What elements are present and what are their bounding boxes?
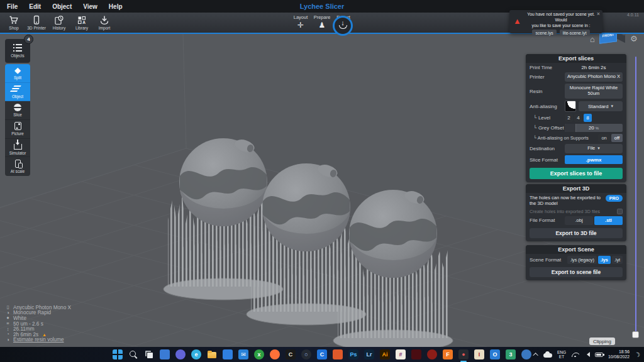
taskbar-icon-autodesk-badge[interactable] [427, 349, 437, 359]
svg-text:A: A [82, 20, 86, 25]
chevron-down-icon: ▾ [611, 104, 613, 109]
volume-speaker-icon[interactable] [584, 352, 590, 357]
scene-format-lys-button[interactable]: .lys [598, 256, 611, 264]
tab-export-icon[interactable]: ↓ [333, 16, 353, 36]
resin-select-button[interactable]: Monocure Rapid White 50um [565, 84, 623, 99]
export-to-3d-file-button[interactable]: Export to 3D file [530, 228, 623, 238]
toolbar-library-button[interactable]: A Library [70, 13, 93, 30]
anti-aliasing-preview [565, 101, 576, 112]
object-layers-icon [13, 85, 23, 93]
picture-icon [14, 122, 21, 130]
export-tray-icon [339, 25, 347, 29]
wifi-icon[interactable] [571, 352, 579, 357]
sidebar-item-picture[interactable]: Picture [5, 120, 30, 139]
taskbar-icon-obs[interactable]: ○ [301, 349, 311, 359]
grey-offset-fill [565, 124, 576, 132]
objects-list-icon [13, 44, 22, 52]
taskbar-icon-store[interactable] [223, 349, 233, 359]
export-to-scene-file-button[interactable]: Export to scene file [530, 267, 623, 277]
alert-triangle-icon: ▲ [513, 17, 521, 25]
taskbar-icon-prusaslicer[interactable] [333, 349, 343, 359]
taskbar-icon-file-explorer[interactable] [207, 349, 217, 359]
language-indicator[interactable]: ENG ET [557, 350, 566, 359]
notification-close-icon[interactable]: × [597, 11, 600, 17]
slice-format-button[interactable]: .pwmx [565, 155, 623, 164]
taskbar-icon-autodesk-app[interactable] [411, 349, 421, 359]
printer-select-button[interactable]: Anycubic Photon Mono X [565, 72, 623, 82]
export-slices-panel: Export slices Print Time 2h 6min 2s Prin… [526, 54, 626, 182]
tray-chevron-icon[interactable] [533, 353, 538, 358]
history-icon [54, 15, 64, 25]
taskbar-icon-photoshop[interactable]: Ps [348, 349, 358, 359]
sidebar-tools: ◆ Split Object Slice Picture Simulator A… [5, 64, 30, 176]
taskbar-icon-mail[interactable]: ✉ [238, 349, 248, 359]
sidebar-item-split[interactable]: ◆ Split [5, 64, 30, 83]
taskbar-icon-xbox[interactable]: x [254, 349, 264, 359]
at-scale-icon [15, 160, 21, 168]
clock-date[interactable]: 18:56 10/08/2022 [608, 349, 630, 359]
taskbar-icon-maps[interactable] [521, 349, 531, 359]
printer-icon [31, 15, 42, 25]
aa-supports-off-button[interactable]: off [611, 134, 623, 142]
time-warning-icon: ▲ [42, 332, 47, 337]
file-format-stl-button[interactable]: .stl [594, 216, 623, 225]
export-slices-header: Export slices [526, 54, 626, 63]
focus-assist-moon-icon[interactable]: ☽ [634, 351, 641, 359]
aa-supports-on-button[interactable]: on [598, 134, 609, 142]
taskbar-icon-task-view[interactable] [144, 349, 154, 359]
create-holes-checkbox[interactable] [617, 209, 623, 214]
taskbar-icon-cura[interactable]: C [317, 349, 327, 359]
save-scene-lys-button[interactable]: scene.lys [532, 30, 556, 36]
level-option-8[interactable]: 8 [584, 114, 592, 122]
taskbar-icon-lightroom[interactable]: Lr [364, 349, 374, 359]
system-tray: ENG ET 18:56 10/08/2022 ☽ [535, 347, 640, 362]
toolbar-history-button[interactable]: History [48, 13, 70, 30]
toolbar-import-button[interactable]: Import [93, 13, 116, 30]
gear-icon[interactable]: ⚙ [630, 34, 638, 43]
model-3[interactable] [333, 189, 453, 347]
scene-format-lys-legacy-button[interactable]: .lys (legacy) [567, 256, 596, 264]
library-icon: A [77, 15, 87, 25]
taskbar-icon-slack[interactable]: # [396, 349, 406, 359]
status-info: ▯Anycubic Photon Mono X ◑Monocure Rapid … [5, 305, 71, 343]
clipping-slider-handle[interactable] [632, 331, 639, 338]
destination-dropdown[interactable]: File▾ [565, 144, 623, 153]
estimate-resin-volume-link[interactable]: Estimate resin volume [13, 337, 64, 343]
grey-offset-slider[interactable]: 20 % [565, 124, 623, 132]
taskbar-icon-indesign[interactable]: I [474, 349, 484, 359]
print-time-value: 2h 6min 2s [565, 65, 623, 70]
sidebar-item-slice[interactable]: Slice [5, 101, 30, 120]
onedrive-icon[interactable] [543, 353, 552, 358]
taskbar-icon-edge[interactable]: e [191, 349, 201, 359]
scene-format-lyt-button[interactable]: .lyt [612, 256, 623, 264]
save-lite-scene-lyt-button[interactable]: lite-scene.lyt [560, 30, 590, 36]
taskbar-icon-firefox[interactable] [270, 349, 280, 359]
taskbar-icon-search[interactable] [128, 349, 138, 359]
taskbar-icon-widgets[interactable] [160, 349, 170, 359]
taskbar-icon-chat[interactable] [175, 349, 186, 359]
taskbar-icon-start[interactable] [113, 349, 123, 359]
level-option-2[interactable]: 2 [565, 114, 573, 122]
taskbar-icon-fusion360[interactable]: F [443, 349, 453, 359]
file-format-obj-button[interactable]: .obj [565, 216, 593, 225]
tab-layout[interactable]: Layout ✛ [290, 13, 311, 30]
toolbar-shop-button[interactable]: Shop [3, 13, 25, 30]
clipping-slider-track[interactable] [635, 57, 636, 332]
sidebar-item-at-scale[interactable]: At scale [5, 157, 30, 176]
unsaved-scene-notification: ▲ You have not saved your scene yet. Wou… [509, 10, 602, 33]
export-slices-to-file-button[interactable]: Export slices to file [530, 168, 623, 179]
taskbar-icon-illustrator[interactable]: Ai [380, 349, 390, 359]
sidebar-item-object[interactable]: Object [5, 83, 30, 102]
battery-icon[interactable] [595, 353, 603, 357]
toolbar-3d-printer-button[interactable]: 3D Printer [25, 13, 48, 30]
taskbar-icon-claude[interactable]: C [286, 349, 296, 359]
level-option-4[interactable]: 4 [574, 114, 582, 122]
chevron-down-icon: ▾ [597, 146, 600, 151]
sidebar-item-simulator[interactable]: Simulator [5, 139, 30, 158]
pro-badge: PRO [606, 195, 623, 202]
taskbar-icon-outlook[interactable]: O [490, 349, 500, 359]
taskbar-icon-lychee-slicer[interactable]: ● [458, 349, 469, 359]
taskbar-icon-3d-app[interactable]: 3 [506, 349, 516, 359]
anti-aliasing-dropdown[interactable]: Standard▾ [579, 101, 623, 111]
tab-prepare[interactable]: Prepare ♟ [311, 13, 333, 30]
